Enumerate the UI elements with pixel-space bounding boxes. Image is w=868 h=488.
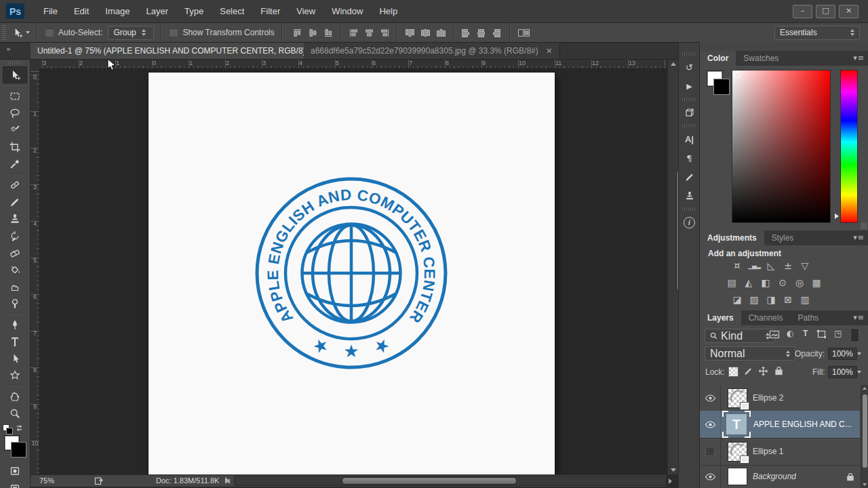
menu-window[interactable]: Window xyxy=(323,0,371,22)
scroll-left-arrow[interactable] xyxy=(226,479,230,484)
align-vertical-centers-icon[interactable] xyxy=(308,28,318,37)
color-balance-adjustment-icon[interactable]: ◭ xyxy=(741,277,756,288)
default-colors-icon[interactable] xyxy=(3,424,14,434)
color-lookup-adjustment-icon[interactable]: ▦ xyxy=(809,277,824,288)
menu-help[interactable]: Help xyxy=(371,0,406,22)
scroll-down-arrow[interactable] xyxy=(671,468,676,472)
move-tool[interactable] xyxy=(3,66,27,83)
filter-pixel-layers-icon[interactable] xyxy=(769,329,780,340)
levels-adjustment-icon[interactable]: ▁▄▂ xyxy=(747,260,762,271)
document-tab-jpg[interactable]: a668df6e5a79c52d22e79039990a8305.jpg @ 3… xyxy=(304,43,560,59)
zoom-tool[interactable] xyxy=(3,405,27,422)
background-color-swatch[interactable] xyxy=(713,79,730,95)
tab-swatches[interactable]: Swatches xyxy=(736,51,786,66)
opacity-value[interactable]: 100% xyxy=(828,348,857,360)
layer-thumbnail[interactable] xyxy=(728,442,747,462)
doc-size-info[interactable]: Doc: 1.83M/511.8K xyxy=(156,476,219,485)
maximize-button[interactable]: □ xyxy=(816,5,835,18)
zoom-level-field[interactable]: 75% xyxy=(39,476,54,485)
horizontal-scrollbar[interactable] xyxy=(234,476,667,486)
gradient-map-adjustment-icon[interactable]: ▥ xyxy=(797,294,812,305)
screen-mode-button[interactable] xyxy=(3,479,27,488)
auto-select-scope-dropdown[interactable]: Group xyxy=(108,26,154,40)
selective-color-adjustment-icon[interactable]: ⊠ xyxy=(781,294,795,305)
visibility-toggle[interactable] xyxy=(700,411,721,438)
tab-styles[interactable]: Styles xyxy=(764,230,802,245)
layer-list-scrollbar[interactable] xyxy=(861,385,868,488)
auto-select-checkbox[interactable] xyxy=(45,28,54,37)
lock-all-icon[interactable] xyxy=(774,366,783,375)
lock-pixels-icon[interactable] xyxy=(743,366,753,376)
menu-edit[interactable]: Edit xyxy=(66,0,97,22)
distribute-right-edges-icon[interactable] xyxy=(492,28,502,37)
saturation-brightness-field[interactable] xyxy=(732,70,831,223)
menu-view[interactable]: View xyxy=(288,0,323,22)
distribute-horizontal-centers-icon[interactable] xyxy=(477,28,487,37)
lasso-tool[interactable] xyxy=(3,104,27,121)
panel-menu-icon[interactable]: ▾≡ xyxy=(853,54,865,62)
horizontal-scroll-thumb[interactable] xyxy=(342,477,517,485)
spot-healing-brush-tool[interactable] xyxy=(3,176,27,193)
eyedropper-tool[interactable] xyxy=(3,155,27,172)
filter-adjustment-layers-icon[interactable]: ◐ xyxy=(787,329,793,338)
align-bottom-edges-icon[interactable] xyxy=(323,28,334,37)
photo-filter-adjustment-icon[interactable]: ⊙ xyxy=(775,277,790,288)
workspace-switcher[interactable]: Essentials xyxy=(774,26,860,40)
eraser-tool[interactable] xyxy=(3,244,27,261)
layer-row-ellipse-1[interactable]: Ellipse 1 xyxy=(700,438,860,466)
brightness-contrast-adjustment-icon[interactable]: ¤ xyxy=(730,260,745,271)
layer-row-text-selected[interactable]: T APPLE ENGLISH AND C... xyxy=(700,411,860,439)
layer-row-background[interactable]: Background xyxy=(700,465,860,488)
fill-value[interactable]: 100% xyxy=(828,366,857,378)
document-tab-untitled[interactable]: Untitled-1 @ 75% (APPLE ENGLISH AND COMP… xyxy=(31,43,333,59)
history-brush-tool[interactable] xyxy=(3,227,27,244)
panel-menu-icon[interactable]: ▾≡ xyxy=(853,233,865,242)
smudge-tool[interactable] xyxy=(3,278,27,295)
layer-thumbnail[interactable] xyxy=(728,388,747,408)
background-color-swatch[interactable] xyxy=(11,442,26,458)
scroll-up-arrow[interactable] xyxy=(863,387,867,390)
distribute-vertical-centers-icon[interactable] xyxy=(420,28,431,37)
scroll-down-arrow[interactable] xyxy=(863,483,867,486)
menu-type[interactable]: Type xyxy=(176,0,212,22)
custom-shape-tool[interactable] xyxy=(3,367,27,384)
hue-saturation-adjustment-icon[interactable]: ▤ xyxy=(724,277,739,288)
filter-type-layers-icon[interactable]: T xyxy=(803,329,808,338)
hue-slider[interactable] xyxy=(840,70,858,223)
panel-resize-grip[interactable] xyxy=(861,222,867,229)
tab-channels[interactable]: Channels xyxy=(741,310,791,325)
menu-image[interactable]: Image xyxy=(97,0,138,22)
color-picker-marker[interactable] xyxy=(734,72,741,79)
clone-source-panel-icon[interactable] xyxy=(679,186,700,205)
rectangular-marquee-tool[interactable] xyxy=(3,87,27,104)
black-white-adjustment-icon[interactable]: ◧ xyxy=(758,277,773,288)
exposure-adjustment-icon[interactable]: ± xyxy=(781,260,795,271)
vertical-scrollbar[interactable] xyxy=(667,60,678,474)
tab-layers[interactable]: Layers xyxy=(700,310,741,325)
menu-select[interactable]: Select xyxy=(212,0,252,22)
magic-wand-tool[interactable] xyxy=(3,121,27,138)
panel-menu-icon[interactable]: ▾≡ xyxy=(853,313,865,322)
vibrance-adjustment-icon[interactable]: ▽ xyxy=(797,260,812,271)
tab-color[interactable]: Color xyxy=(700,51,736,66)
filter-shape-layers-icon[interactable] xyxy=(816,329,827,339)
info-panel-icon[interactable]: i xyxy=(679,213,700,232)
show-transform-checkbox[interactable] xyxy=(169,28,178,37)
opacity-caret[interactable] xyxy=(857,352,861,355)
text-layer-thumbnail[interactable]: T xyxy=(726,414,747,434)
horizontal-ruler[interactable]: 3 2 1 0 1 2 3 4 5 6 7 8 9 10 11 12 13 xyxy=(39,60,667,69)
paragraph-panel-icon[interactable]: ¶ xyxy=(679,148,700,167)
lock-position-icon[interactable] xyxy=(758,366,768,376)
layer-row-ellipse-2[interactable]: Ellipse 2 xyxy=(700,385,860,411)
quick-mask-button[interactable] xyxy=(3,462,27,479)
scroll-right-arrow[interactable] xyxy=(669,479,672,484)
threshold-adjustment-icon[interactable]: ◨ xyxy=(764,294,778,305)
visibility-toggle[interactable] xyxy=(700,438,721,465)
scroll-up-arrow[interactable] xyxy=(671,62,676,66)
tab-paths[interactable]: Paths xyxy=(790,310,826,325)
menu-filter[interactable]: Filter xyxy=(252,0,288,22)
clone-stamp-tool[interactable] xyxy=(3,210,27,227)
swap-colors-icon[interactable] xyxy=(15,424,24,432)
distribute-bottom-edges-icon[interactable] xyxy=(436,28,446,37)
invert-adjustment-icon[interactable]: ◪ xyxy=(730,294,745,305)
